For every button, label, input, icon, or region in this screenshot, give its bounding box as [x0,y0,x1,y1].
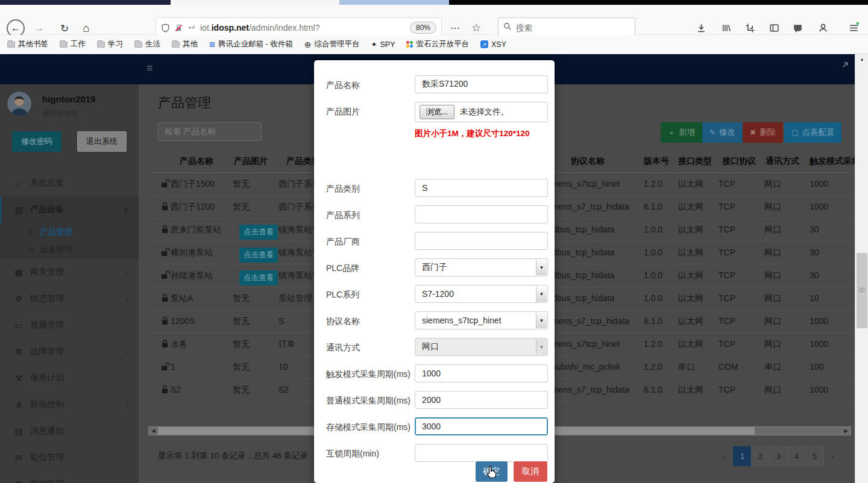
scroll-right-arrow[interactable]: ▶ [841,427,851,435]
点表配置-button[interactable]: ▢点表配置 [784,122,841,143]
column-header[interactable]: 产品图片 [234,156,268,167]
sidebar-item-联动控制[interactable]: ⋔联动控制‹ [0,391,139,418]
field-input-普通模式采集周期(ms)[interactable] [415,391,548,409]
scroll-left-arrow[interactable]: ◀ [149,427,158,435]
adjacent-tab[interactable] [339,0,449,5]
bookmark-label: XSY [491,40,506,49]
field-input-存储模式采集周期(ms)[interactable] [415,417,548,435]
permissions-icon[interactable] [187,23,196,32]
page-prev[interactable]: ‹ [715,446,734,466]
column-header[interactable]: 版本号 [644,156,669,167]
sidebar-subitem-设备管理[interactable]: ⊙设备管理 [0,241,139,259]
zoom-level-badge[interactable]: 80% [410,22,436,34]
bookmark-item[interactable]: ⊕综合管理平台 [304,39,360,49]
column-header[interactable]: 协议名称 [571,156,605,167]
version-cell: 1.0.0 [644,248,662,257]
active-tab[interactable] [171,0,339,5]
field-input-产品厂商[interactable] [415,232,548,250]
sidebar-item-故障管理[interactable]: ⚙故障管理‹ [0,338,139,365]
column-header[interactable]: 触发模式采集周期(ms) [810,156,855,167]
cancel-button[interactable]: 取消 [514,461,547,482]
sidebars-icon[interactable] [765,19,783,37]
field-select-协议名称[interactable]: siemens_s7tcp_hinet▼ [415,311,548,329]
file-input[interactable]: 浏览...未选择文件。 [415,102,548,122]
删除-button[interactable]: ✖删除 [743,122,783,143]
page-2[interactable]: 2 [751,446,770,466]
browser-search-input[interactable] [516,23,612,33]
sidebar-item-保养计划[interactable]: ⚒保养计划 [0,365,139,391]
interface-type-cell: 以太网 [678,316,703,327]
vertical-scroll-thumb[interactable] [857,253,867,328]
header-partial-icon[interactable]: ➔ [838,58,852,71]
page-actions-icon[interactable]: ⋯ [447,19,464,36]
screenshot-icon[interactable] [741,19,759,37]
page-5[interactable]: 5 [805,446,824,466]
新增-button[interactable]: ＋新增 [661,122,702,143]
column-header[interactable]: 通讯方式 [766,156,799,167]
vertical-scrollbar[interactable]: ▲ [855,54,868,483]
column-header[interactable]: 接口类型 [678,156,712,167]
bookmark-item[interactable]: ⊠腾讯企业邮箱 - 收件箱 [209,39,293,49]
field-input-产品类别[interactable] [415,179,548,197]
page-title: 产品管理 [158,94,211,112]
field-input-产品名称[interactable] [415,75,548,93]
field-select-PLC品牌[interactable]: 西门子▼ [415,258,548,276]
pocket-icon[interactable] [788,19,807,37]
bookmark-item[interactable]: ↗XSY [480,40,506,49]
sidebar-item-视频管理[interactable]: ▭视频管理 [0,312,139,338]
bookmark-star-icon[interactable]: ☆ [468,19,485,36]
column-header[interactable]: 接口协议 [722,156,756,167]
bookmark-item[interactable]: 学习 [97,39,123,49]
file-icon: ▢ [791,128,798,137]
folder-icon [172,42,180,48]
url-text[interactable]: iot.idosp.net/admin/index.html? [200,23,319,33]
sidebar-item-产品设备[interactable]: ▤产品设备∨ [0,196,139,223]
sidebar-item-组态管理[interactable]: ⚙组态管理‹ [0,285,139,312]
bookmark-item[interactable]: 萤石云开放平台 [406,39,469,49]
interface-type-cell: 以太网 [678,202,703,213]
bookmark-item[interactable]: 生活 [134,39,160,49]
view-image-button[interactable]: 点击查看 [239,225,278,240]
product-name-cell: 泵站A [171,293,193,304]
field-input-产品系列[interactable] [415,205,548,223]
field-input-互锁周期(min)[interactable] [415,444,548,462]
sidebar-item-网关管理[interactable]: ▦网关管理‹ [0,259,139,285]
field-select-通讯方式[interactable]: 网口▼ [415,338,548,356]
page-1[interactable]: 1 [733,446,752,466]
page-next[interactable]: › [823,446,842,466]
sidebar-item-系统总览[interactable]: ⌂系统总览 [0,170,139,196]
view-image-button[interactable]: 点击查看 [239,248,278,263]
edit-product-modal: 产品名称产品图片浏览...未选择文件。图片小于1M，建议尺寸120*120产品类… [314,60,555,483]
sidebar-subitem-产品管理[interactable]: ⊙产品管理 [0,223,139,241]
sidebar-toggle-icon[interactable]: ≡ [146,62,153,75]
sidebar-item-空间管理[interactable]: ▦空间管理 [0,471,139,483]
sidebar-item-短信管理[interactable]: ✉短信管理 [0,444,139,471]
menu-hamburger-icon[interactable] [844,19,863,37]
sidebar-item-消息通知[interactable]: ▤消息通知‹ [0,418,139,444]
page-3[interactable]: 3 [769,446,788,466]
table-search-input[interactable] [158,122,262,141]
shield-icon[interactable] [161,23,170,33]
account-icon[interactable] [814,19,832,37]
column-header[interactable]: 产品名称 [180,156,213,167]
chevron-left-icon: ‹ [127,427,129,436]
field-input-触发模式采集周期(ms)[interactable] [415,364,548,382]
bookmark-item[interactable]: 其他书签 [7,39,48,49]
bookmark-item[interactable]: 其他 [172,39,198,49]
bookmark-item[interactable]: 工作 [60,39,86,49]
logout-button[interactable]: 退出系统 [77,131,127,152]
change-password-button[interactable]: 修改密码 [12,131,61,152]
insecure-lock-icon[interactable] [174,23,183,33]
downloads-icon[interactable] [692,19,710,37]
view-image-button[interactable]: 点击查看 [239,270,278,285]
bookmark-item[interactable]: ✦SPY [371,40,395,49]
field-label: 产品类别 [326,184,417,195]
scroll-up-arrow[interactable]: ▲ [855,54,868,64]
field-select-PLC系列[interactable]: S7-1200▼ [415,285,548,303]
page-4[interactable]: 4 [787,446,806,466]
library-icon[interactable] [717,19,735,37]
修改-button[interactable]: ✎修改 [702,122,743,143]
tencent-mail-icon: ⊠ [209,41,215,48]
sidebar-item-label: 消息通知 [30,426,64,437]
browse-button[interactable]: 浏览... [420,105,454,119]
